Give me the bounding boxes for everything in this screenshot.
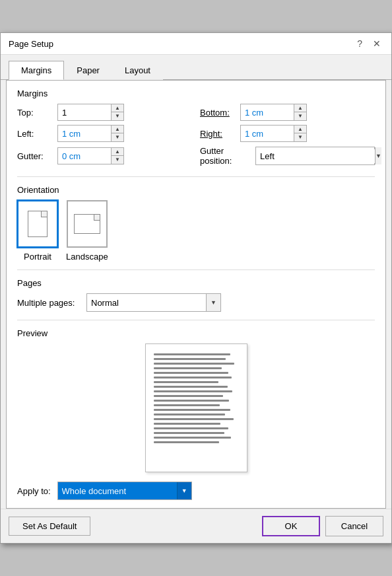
multiple-pages-label: Multiple pages: bbox=[17, 298, 80, 308]
footer-right: OK Cancel bbox=[262, 516, 383, 536]
preview-line bbox=[154, 423, 221, 425]
bottom-field-row: Bottom: ▲ ▼ bbox=[200, 104, 375, 121]
preview-line bbox=[154, 381, 218, 383]
help-button[interactable]: ? bbox=[354, 38, 365, 49]
dialog-title: Page Setup bbox=[9, 39, 53, 49]
left-field-row: Left: ▲ ▼ bbox=[17, 125, 187, 142]
multiple-pages-input[interactable] bbox=[87, 296, 206, 310]
preview-line bbox=[154, 418, 234, 420]
tab-layout[interactable]: Layout bbox=[112, 61, 163, 80]
preview-line bbox=[154, 358, 226, 360]
gutter-decrement-btn[interactable]: ▼ bbox=[112, 156, 123, 164]
apply-to-label: Apply to: bbox=[17, 486, 51, 496]
top-field-row: Top: ▲ ▼ bbox=[17, 104, 187, 121]
multiple-pages-dropdown-btn[interactable]: ▼ bbox=[206, 294, 220, 311]
right-label: Right: bbox=[200, 129, 236, 139]
right-input[interactable] bbox=[241, 127, 294, 141]
gutter-increment-btn[interactable]: ▲ bbox=[112, 148, 123, 156]
apply-to-select: ▼ bbox=[57, 482, 192, 500]
preview-lines bbox=[154, 353, 239, 443]
top-increment-btn[interactable]: ▲ bbox=[112, 104, 123, 112]
top-input[interactable] bbox=[58, 106, 111, 120]
dialog-footer: Set As Default OK Cancel bbox=[1, 509, 391, 543]
preview-line bbox=[154, 414, 225, 415]
preview-line bbox=[154, 437, 231, 439]
preview-box bbox=[145, 343, 247, 472]
bottom-label: Bottom: bbox=[200, 108, 236, 118]
apply-to-row: Apply to: ▼ bbox=[17, 482, 375, 500]
orientation-divider bbox=[17, 176, 375, 177]
gutter-pos-input[interactable] bbox=[256, 149, 375, 163]
footer-left: Set As Default bbox=[9, 517, 90, 536]
left-spinner: ▲ ▼ bbox=[57, 125, 124, 142]
portrait-icon-box bbox=[17, 200, 58, 248]
gutter-input[interactable] bbox=[58, 149, 111, 163]
pages-row: Multiple pages: ▼ bbox=[17, 293, 375, 312]
margins-grid: Top: ▲ ▼ Bottom: ▲ bbox=[17, 104, 375, 166]
left-label: Left: bbox=[17, 129, 53, 139]
preview-line bbox=[154, 353, 230, 355]
preview-line bbox=[154, 441, 219, 443]
left-input[interactable] bbox=[58, 127, 111, 141]
right-decrement-btn[interactable]: ▼ bbox=[294, 133, 306, 141]
portrait-label: Portrait bbox=[24, 252, 51, 262]
preview-line bbox=[154, 377, 232, 378]
bottom-spinner-btns: ▲ ▼ bbox=[294, 104, 306, 120]
top-label: Top: bbox=[17, 108, 53, 118]
bottom-spinner: ▲ ▼ bbox=[240, 104, 307, 121]
margins-section-label: Margins bbox=[17, 89, 375, 98]
right-spinner-btns: ▲ ▼ bbox=[294, 126, 306, 141]
pages-section-label: Pages bbox=[17, 278, 375, 288]
margins-tab-content: Margins Top: ▲ ▼ Bottom: bbox=[6, 80, 386, 509]
preview-divider bbox=[17, 320, 375, 320]
gutter-pos-select: ▼ bbox=[255, 147, 375, 165]
landscape-label: Landscape bbox=[66, 252, 108, 262]
preview-line bbox=[154, 367, 222, 369]
page-setup-dialog: Page Setup ? ✕ Margins Paper Layout Marg… bbox=[0, 32, 392, 544]
preview-line bbox=[154, 427, 229, 429]
title-bar-controls: ? ✕ bbox=[354, 38, 383, 49]
preview-line bbox=[154, 400, 230, 402]
preview-line bbox=[154, 432, 224, 434]
dialog-content: Margins Paper Layout Margins Top: bbox=[1, 55, 391, 509]
apply-to-input[interactable] bbox=[58, 484, 177, 498]
gutter-field-row: Gutter: ▲ ▼ bbox=[17, 146, 187, 166]
orientation-options: Portrait Landscape bbox=[17, 200, 375, 262]
bottom-increment-btn[interactable]: ▲ bbox=[294, 104, 306, 112]
landscape-icon-box bbox=[67, 200, 108, 248]
cancel-button[interactable]: Cancel bbox=[325, 516, 383, 536]
bottom-input[interactable] bbox=[241, 106, 294, 120]
tab-bar: Margins Paper Layout bbox=[1, 55, 391, 80]
top-spinner-btns: ▲ ▼ bbox=[111, 104, 123, 120]
set-as-default-button[interactable]: Set As Default bbox=[9, 517, 90, 536]
left-decrement-btn[interactable]: ▼ bbox=[112, 133, 123, 141]
apply-to-dropdown-btn[interactable]: ▼ bbox=[177, 482, 191, 499]
preview-line bbox=[154, 404, 220, 406]
preview-section: Preview bbox=[17, 328, 375, 472]
ok-button[interactable]: OK bbox=[262, 516, 320, 536]
left-increment-btn[interactable]: ▲ bbox=[112, 126, 123, 133]
title-bar: Page Setup ? ✕ bbox=[1, 33, 391, 55]
gutter-pos-label: Gutter position: bbox=[200, 146, 251, 166]
right-spinner: ▲ ▼ bbox=[240, 125, 307, 142]
preview-section-label: Preview bbox=[17, 328, 375, 338]
gutter-pos-dropdown-btn[interactable]: ▼ bbox=[375, 147, 381, 164]
top-decrement-btn[interactable]: ▼ bbox=[112, 112, 123, 120]
preview-line bbox=[154, 363, 235, 365]
right-increment-btn[interactable]: ▲ bbox=[294, 126, 306, 133]
preview-line bbox=[154, 386, 228, 388]
pages-section: Pages Multiple pages: ▼ bbox=[17, 278, 375, 312]
gutter-spinner: ▲ ▼ bbox=[57, 147, 124, 164]
portrait-option[interactable]: Portrait bbox=[17, 200, 58, 262]
landscape-option[interactable]: Landscape bbox=[66, 200, 108, 262]
tab-paper[interactable]: Paper bbox=[64, 61, 112, 80]
preview-line bbox=[154, 395, 224, 397]
multiple-pages-select: ▼ bbox=[86, 293, 221, 312]
tab-margins[interactable]: Margins bbox=[9, 61, 64, 80]
portrait-icon bbox=[28, 211, 48, 237]
gutter-spinner-btns: ▲ ▼ bbox=[111, 148, 123, 164]
close-button[interactable]: ✕ bbox=[370, 38, 383, 49]
orientation-section: Orientation Portrait Landscape bbox=[17, 185, 375, 262]
landscape-icon bbox=[74, 214, 100, 234]
bottom-decrement-btn[interactable]: ▼ bbox=[294, 112, 306, 120]
